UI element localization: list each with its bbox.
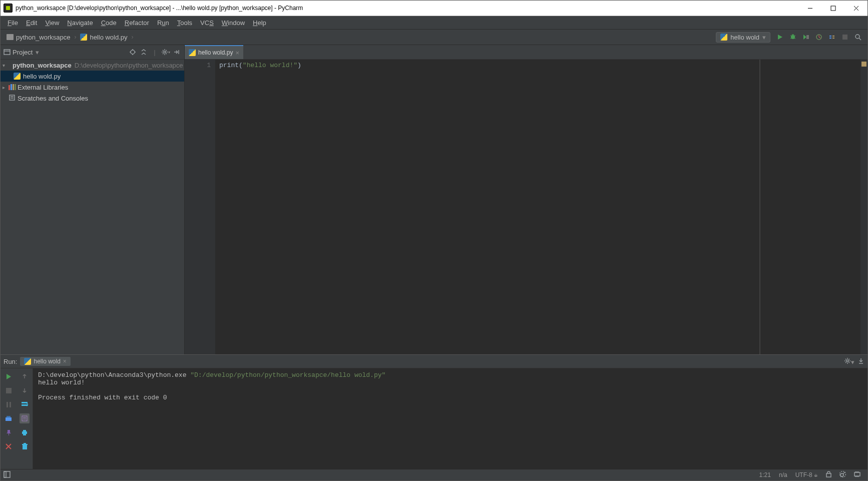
tree-external-libraries[interactable]: ▸ External Libraries (1, 82, 184, 93)
inspections-icon[interactable] (839, 471, 846, 479)
tree-root-path: D:\develop\python\python_worksapce (75, 62, 183, 69)
debug-button[interactable] (787, 31, 799, 43)
menu-navigate[interactable]: Navigate (63, 18, 97, 28)
editor-minimap[interactable] (760, 60, 860, 354)
soft-wrap-button[interactable] (20, 399, 30, 409)
cursor-position[interactable]: 1:21 (759, 471, 771, 478)
run-settings-icon[interactable]: ▾ (844, 357, 854, 366)
run-tab-hello[interactable]: hello wold × (20, 357, 70, 366)
breadcrumb-root[interactable]: python_worksapce (4, 33, 73, 42)
breadcrumb-file[interactable]: hello wold.py (77, 33, 130, 42)
dump-threads-button[interactable] (4, 413, 14, 423)
tree-root-label: python_worksapce (13, 62, 72, 69)
svg-rect-18 (6, 417, 12, 421)
svg-rect-4 (829, 36, 831, 37)
project-tool-window: Project ▾ | ▾ ▾ python_worksapce D:\deve… (1, 45, 185, 354)
attach-debugger-button[interactable] (826, 31, 838, 43)
project-tree[interactable]: ▾ python_worksapce D:\develop\python\pyt… (1, 60, 184, 354)
menu-run[interactable]: Run (153, 18, 173, 28)
file-encoding[interactable]: UTF-8 ≑ (795, 471, 818, 478)
locate-icon[interactable] (128, 49, 137, 56)
tree-scratches[interactable]: Scratches and Consoles (1, 93, 184, 104)
run-console-output[interactable]: D:\develop\python\Anaconda3\python.exe "… (33, 368, 867, 469)
menu-window[interactable]: Window (218, 18, 249, 28)
collapse-all-icon[interactable] (139, 49, 148, 56)
run-button[interactable] (774, 31, 786, 43)
svg-rect-13 (10, 95, 15, 100)
tree-file-hello[interactable]: hello wold.py (1, 71, 184, 82)
menu-code[interactable]: Code (97, 18, 121, 28)
breadcrumb-file-label: hello wold.py (90, 34, 127, 41)
maximize-button[interactable] (821, 1, 844, 16)
close-button[interactable] (844, 1, 867, 16)
menu-vcs[interactable]: VCS (196, 18, 218, 28)
rerun-button[interactable] (4, 371, 14, 381)
line-number-1: 1 (185, 62, 211, 69)
project-label[interactable]: Project (13, 49, 33, 56)
editor-tab-label: hello wold.py (198, 49, 233, 56)
readonly-toggle-icon[interactable] (826, 471, 831, 479)
editor-area: hello wold.py × 1 print("hello world!") (185, 45, 867, 354)
memory-indicator-icon[interactable] (854, 471, 860, 479)
menu-help[interactable]: Help (249, 18, 270, 28)
settings-icon[interactable]: ▾ (161, 49, 170, 56)
profile-button[interactable] (813, 31, 825, 43)
chevron-down-icon: ▾ (762, 34, 766, 41)
svg-rect-6 (832, 36, 834, 37)
stop-run-button[interactable] (4, 385, 14, 395)
run-tab-label: hello wold (34, 358, 60, 365)
divider-icon: | (150, 49, 159, 56)
hide-run-icon[interactable] (857, 357, 864, 366)
svg-rect-32 (826, 473, 831, 477)
console-exit-line: Process finished with exit code 0 (38, 394, 167, 401)
code-editor[interactable]: 1 print("hello world!") (185, 60, 867, 354)
tree-root[interactable]: ▾ python_worksapce D:\develop\python\pyt… (1, 60, 184, 71)
scroll-to-end-button[interactable] (20, 413, 30, 423)
tool-windows-quick-access-icon[interactable] (4, 471, 11, 479)
menu-refactor[interactable]: Refactor (121, 18, 153, 28)
svg-rect-5 (829, 38, 831, 39)
clear-all-button[interactable] (20, 441, 30, 451)
pin-tab-button[interactable] (4, 427, 14, 437)
pycharm-icon (4, 4, 13, 13)
pause-button[interactable] (4, 399, 14, 409)
error-stripe[interactable] (860, 60, 867, 354)
search-everywhere-button[interactable] (852, 31, 864, 43)
svg-rect-16 (7, 402, 8, 407)
menu-view[interactable]: View (41, 18, 63, 28)
svg-rect-7 (832, 38, 834, 39)
menu-tools[interactable]: Tools (173, 18, 196, 28)
stop-button[interactable] (839, 31, 851, 43)
print-button[interactable] (20, 427, 30, 437)
python-file-icon (189, 49, 196, 56)
menu-file[interactable]: File (4, 18, 22, 28)
svg-rect-35 (854, 472, 860, 476)
minimize-button[interactable] (798, 1, 821, 16)
close-run-button[interactable] (4, 441, 14, 451)
menu-edit[interactable]: Edit (22, 18, 41, 28)
window-title: python_worksapce [D:\develop\python\pyth… (16, 5, 798, 12)
chevron-down-icon[interactable]: ▾ (36, 49, 39, 56)
expand-arrow-icon[interactable]: ▸ (3, 85, 9, 90)
run-coverage-button[interactable] (800, 31, 812, 43)
tree-ext-lib-label: External Libraries (18, 84, 68, 91)
chevron-right-icon: › (74, 34, 76, 41)
editor-tab-hello[interactable]: hello wold.py × (185, 45, 243, 59)
statusbar: 1:21 n/a UTF-8 ≑ (1, 469, 867, 480)
breadcrumb-root-label: python_worksapce (16, 34, 70, 41)
hide-icon[interactable] (172, 49, 181, 56)
run-config-selector[interactable]: hello wold ▾ (716, 32, 770, 43)
svg-rect-25 (23, 430, 26, 431)
expand-arrow-icon[interactable]: ▾ (3, 63, 9, 68)
close-tab-icon[interactable]: × (235, 49, 239, 57)
line-separator[interactable]: n/a (779, 471, 787, 478)
tree-file-label: hello wold.py (23, 73, 61, 80)
close-run-tab-icon[interactable]: × (63, 358, 67, 365)
project-view-icon (4, 49, 11, 56)
down-stack-button[interactable] (20, 385, 30, 395)
up-stack-button[interactable] (20, 371, 30, 381)
titlebar: python_worksapce [D:\develop\python\pyth… (1, 1, 867, 16)
run-tool-header: Run: hello wold × ▾ (1, 355, 867, 368)
code-content[interactable]: print("hello world!") (215, 60, 760, 354)
code-token-string: "hello world!" (243, 62, 297, 69)
